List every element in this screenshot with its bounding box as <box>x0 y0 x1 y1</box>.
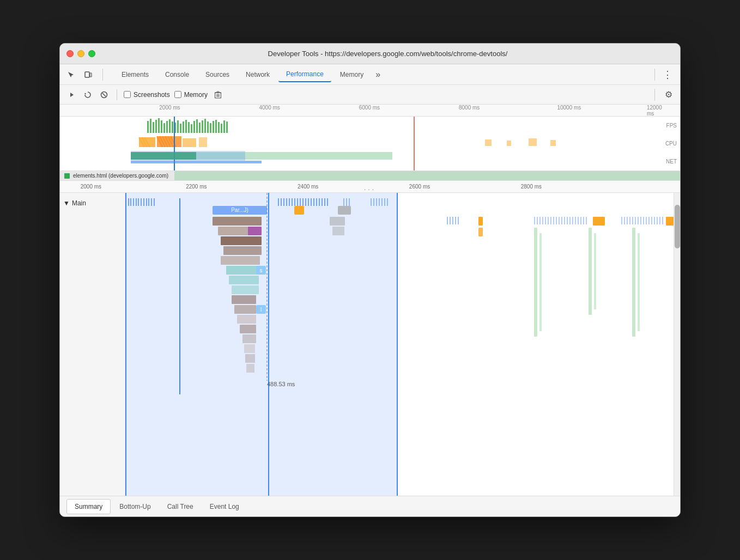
svg-rect-15 <box>155 120 157 133</box>
tab-console[interactable]: Console <box>157 68 197 82</box>
svg-rect-63 <box>507 141 511 146</box>
fps-label: FPS <box>665 123 677 129</box>
tab-call-tree[interactable]: Call Tree <box>160 500 201 514</box>
svg-rect-29 <box>193 121 195 133</box>
svg-rect-40 <box>223 120 225 133</box>
record-button[interactable] <box>65 89 77 101</box>
svg-rect-31 <box>199 123 201 133</box>
tab-sources[interactable]: Sources <box>198 68 237 82</box>
svg-rect-182 <box>594 233 596 309</box>
svg-rect-137 <box>455 217 456 224</box>
flame-main[interactable]: Par...J) <box>125 193 674 496</box>
tab-summary[interactable]: Summary <box>66 499 111 514</box>
settings-icon[interactable]: ⚙ <box>663 89 675 101</box>
close-button[interactable] <box>66 50 74 57</box>
svg-rect-138 <box>458 217 459 224</box>
svg-rect-148 <box>553 217 554 224</box>
tab-event-log[interactable]: Event Log <box>202 500 247 514</box>
svg-rect-108 <box>381 198 383 206</box>
trash-icon[interactable] <box>212 89 224 101</box>
svg-text:l: l <box>260 307 262 313</box>
main-section-label[interactable]: ▼ ▼ Main Main <box>63 197 122 209</box>
svg-rect-26 <box>185 120 187 133</box>
svg-rect-163 <box>624 217 625 224</box>
svg-rect-129 <box>240 325 256 333</box>
svg-rect-88 <box>300 198 301 206</box>
flame-chart-area[interactable]: ▼ ▼ Main Main <box>60 193 680 496</box>
svg-rect-96 <box>322 198 323 206</box>
collapse-icon[interactable]: ▼ <box>63 199 70 207</box>
screenshots-checkbox-label[interactable]: Screenshots <box>124 91 170 99</box>
svg-rect-97 <box>324 198 325 206</box>
svg-rect-124 <box>330 217 345 226</box>
svg-rect-115 <box>221 256 260 265</box>
svg-rect-35 <box>210 123 211 133</box>
more-tabs-icon[interactable]: » <box>372 68 384 82</box>
svg-rect-130 <box>242 334 256 343</box>
svg-rect-16 <box>158 118 160 133</box>
svg-rect-134 <box>447 217 448 224</box>
tab-memory[interactable]: Memory <box>332 68 371 82</box>
svg-rect-178 <box>666 217 674 226</box>
svg-rect-131 <box>244 344 255 353</box>
reload-button[interactable] <box>82 89 94 101</box>
svg-rect-118 <box>229 276 259 284</box>
bottom-tabs: Summary Bottom-Up Call Tree Event Log <box>60 496 680 516</box>
svg-rect-41 <box>226 121 228 133</box>
svg-rect-69 <box>136 198 137 206</box>
svg-rect-17 <box>161 120 162 133</box>
svg-rect-106 <box>376 198 377 206</box>
svg-rect-144 <box>542 217 543 224</box>
svg-rect-170 <box>643 217 644 224</box>
svg-rect-107 <box>379 198 380 206</box>
tab-bar: Elements Console Sources Network Perform… <box>60 64 680 85</box>
devtools-menu-icon[interactable]: ⋮ <box>659 66 676 83</box>
screenshots-checkbox[interactable] <box>124 91 131 98</box>
svg-rect-74 <box>148 198 149 206</box>
svg-rect-142 <box>537 217 538 224</box>
scrollbar-thumb[interactable] <box>675 205 680 248</box>
tab-performance[interactable]: Performance <box>278 67 331 82</box>
svg-rect-81 <box>281 198 282 206</box>
svg-rect-98 <box>327 198 328 206</box>
svg-rect-139 <box>478 217 483 226</box>
svg-rect-151 <box>561 217 562 224</box>
cpu-label: CPU <box>665 141 677 147</box>
net-label: NET <box>665 159 677 165</box>
svg-marker-2 <box>70 93 74 97</box>
minimize-button[interactable] <box>77 50 84 57</box>
memory-checkbox[interactable] <box>174 91 181 98</box>
svg-rect-36 <box>213 121 214 133</box>
vertical-scrollbar[interactable] <box>674 193 680 496</box>
svg-rect-110 <box>387 198 388 206</box>
overview-labels: FPS CPU NET <box>665 117 677 171</box>
svg-rect-154 <box>569 217 571 224</box>
memory-checkbox-label[interactable]: Memory <box>174 91 208 99</box>
device-icon[interactable] <box>82 68 95 81</box>
zoom-mark-2000: 2000 ms <box>81 184 101 190</box>
tab-elements[interactable]: Elements <box>114 68 156 82</box>
tab-network[interactable]: Network <box>238 68 277 82</box>
overview-area[interactable]: FPS CPU NET <box>60 117 680 171</box>
svg-rect-147 <box>550 217 551 224</box>
svg-rect-155 <box>572 217 573 224</box>
svg-rect-158 <box>580 217 581 224</box>
ruler-mark-8000: 8000 ms <box>459 105 480 111</box>
svg-rect-132 <box>245 354 255 363</box>
clear-button[interactable] <box>98 89 110 101</box>
svg-rect-143 <box>539 217 541 224</box>
network-bar: elements.html (developers.google.com) <box>60 171 680 181</box>
svg-rect-68 <box>133 198 134 206</box>
svg-rect-61 <box>131 161 262 163</box>
svg-rect-126 <box>232 295 256 304</box>
svg-rect-92 <box>311 198 312 206</box>
maximize-button[interactable] <box>88 50 95 57</box>
svg-rect-99 <box>343 198 344 206</box>
tab-bottom-up[interactable]: Bottom-Up <box>112 500 158 514</box>
svg-rect-150 <box>559 217 560 224</box>
svg-rect-119 <box>232 285 259 294</box>
svg-rect-173 <box>651 217 652 224</box>
svg-rect-67 <box>130 198 131 206</box>
svg-rect-70 <box>138 198 139 206</box>
inspect-icon[interactable] <box>64 68 77 81</box>
